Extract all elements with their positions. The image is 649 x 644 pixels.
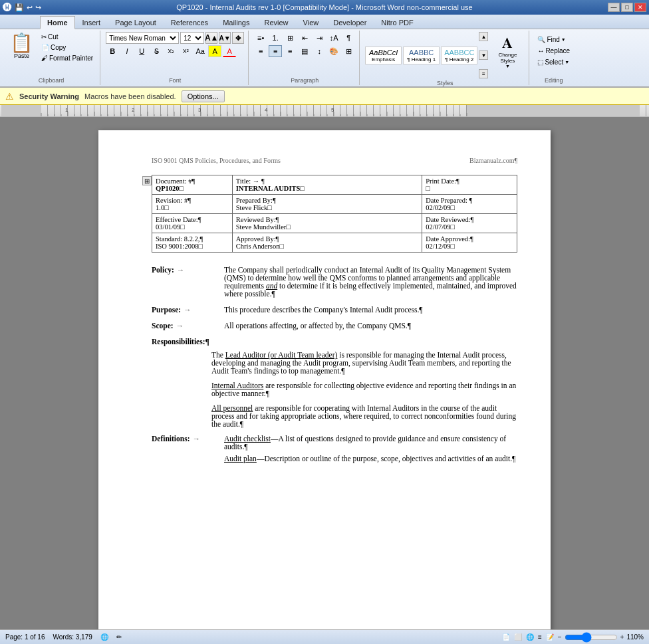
show-hide-button[interactable]: ¶ <box>342 32 355 44</box>
styles-scroll-down[interactable]: ▼ <box>479 51 488 60</box>
tab-review[interactable]: Review <box>257 16 295 29</box>
view-print-icon[interactable]: 📄 <box>502 633 510 641</box>
font-size-select[interactable]: 12 <box>180 32 204 44</box>
style-emphasis[interactable]: AaBbCcI Emphasis <box>365 47 402 64</box>
align-right-button[interactable]: ≡ <box>283 45 297 57</box>
tab-nitro-pdf[interactable]: Nitro PDF <box>374 16 420 29</box>
view-web-icon[interactable]: 🌐 <box>526 633 534 641</box>
window-controls[interactable]: — □ ✕ <box>608 3 646 12</box>
security-warning-title: Security Warning <box>19 92 79 100</box>
clear-format-button[interactable]: ✥ <box>232 32 244 44</box>
increase-indent-button[interactable]: ⇥ <box>313 32 326 44</box>
restore-button[interactable]: □ <box>621 3 633 12</box>
styles-scroll-up[interactable]: ▲ <box>479 32 488 41</box>
paste-label: Paste <box>14 53 29 59</box>
table-cell: Reviewed By:¶ Steve Mundwiller□ <box>232 214 422 233</box>
view-draft-icon[interactable]: 📝 <box>546 633 554 641</box>
strikethrough-button[interactable]: S̶ <box>150 45 163 57</box>
zoom-level: 110% <box>626 633 644 641</box>
shading-button[interactable]: 🎨 <box>327 45 340 57</box>
select-button[interactable]: ⬚ Select ▼ <box>535 57 572 67</box>
close-button[interactable]: ✕ <box>634 3 646 12</box>
font-name-select[interactable]: Times New Roman <box>106 32 179 44</box>
zoom-slider[interactable] <box>565 635 618 640</box>
copy-button[interactable]: 📄 Copy <box>39 43 96 53</box>
justify-button[interactable]: ▤ <box>298 45 311 57</box>
tab-references[interactable]: References <box>164 16 215 29</box>
undo-icon[interactable]: ↩ <box>27 3 33 12</box>
increase-font-button[interactable]: A▲ <box>205 32 217 44</box>
bold-button[interactable]: B <box>106 45 119 57</box>
table-add-button[interactable]: ⊞ <box>142 176 152 185</box>
superscript-button[interactable]: X² <box>179 45 192 57</box>
table-cell: Date Approved:¶ 02/12/09□ <box>422 233 517 253</box>
redo-icon[interactable]: ↪ <box>35 3 41 12</box>
security-options-button[interactable]: Options... <box>182 90 225 102</box>
date-approved-label: Date Approved:¶ <box>426 235 513 243</box>
decrease-font-button[interactable]: A▼ <box>219 32 231 44</box>
zoom-out-icon[interactable]: − <box>558 633 562 641</box>
cut-button[interactable]: ✂ Cut <box>39 32 96 42</box>
paste-icon: 📋 <box>10 34 33 53</box>
decrease-indent-button[interactable]: ⇤ <box>298 32 311 44</box>
definitions-section: Definitions: → Audit checklist—A list of… <box>152 435 517 465</box>
styles-scroll[interactable]: ▲ ▼ ≡ <box>479 32 488 78</box>
subscript-button[interactable]: X₂ <box>164 45 178 57</box>
font-label: Font <box>169 76 181 84</box>
minimize-button[interactable]: — <box>608 3 620 12</box>
font-color-button[interactable]: A <box>223 45 236 57</box>
style-heading2[interactable]: AABBCC ¶ Heading 2 <box>441 47 477 64</box>
font-row-2: B I U S̶ X₂ X² Aa A A <box>106 45 236 57</box>
text-case-button[interactable]: Aa <box>194 45 207 57</box>
policy-label: Policy: → <box>152 266 221 300</box>
svg-text:1: 1 <box>65 107 68 113</box>
borders-button[interactable]: ⊞ <box>342 45 355 57</box>
document-page: ISO 9001 QMS Policies, Procedures, and F… <box>98 130 551 629</box>
replace-button[interactable]: ↔ Replace <box>535 46 573 56</box>
internal-auditors-text: Internal Auditors are responsible for co… <box>211 381 517 397</box>
table-cell: Print Date:¶ □ <box>422 175 517 195</box>
align-left-button[interactable]: ≡ <box>254 45 267 57</box>
security-warning-message: Macros have been disabled. <box>84 92 176 100</box>
change-styles-button[interactable]: 𝐀 Change Styles ▼ <box>491 33 523 70</box>
scope-section: Scope: → All operations affecting, or af… <box>152 322 517 332</box>
tab-page-layout[interactable]: Page Layout <box>108 16 164 29</box>
view-outline-icon[interactable]: ≡ <box>538 633 542 641</box>
style-heading2-label: ¶ Heading 2 <box>445 56 473 62</box>
align-center-button[interactable]: ≡ <box>269 45 282 57</box>
tab-view[interactable]: View <box>296 16 326 29</box>
paste-button[interactable]: 📋 Paste <box>7 32 37 61</box>
lead-auditor-link: Lead Auditor (or Audit Team leader) <box>225 351 338 359</box>
tab-mailings[interactable]: Mailings <box>215 16 257 29</box>
save-icon[interactable]: 💾 <box>15 3 24 12</box>
underline-button[interactable]: U <box>135 45 148 57</box>
bullets-button[interactable]: ≡• <box>254 32 267 44</box>
find-button[interactable]: 🔍 Find ▼ <box>535 35 568 45</box>
multilevel-list-button[interactable]: ⊞ <box>283 32 297 44</box>
status-right: 📄 ⬜ 🌐 ≡ 📝 − + 110% <box>502 633 644 641</box>
sort-button[interactable]: ↕A <box>327 32 340 44</box>
para-row-1: ≡• 1. ⊞ ⇤ ⇥ ↕A ¶ <box>254 32 355 44</box>
scope-arrow: → <box>176 322 184 330</box>
style-heading2-sample: AABBCC <box>444 49 474 56</box>
table-cell: Standard: 8.2.2,¶ ISO 9001:2008□ <box>152 233 233 253</box>
view-fullscreen-icon[interactable]: ⬜ <box>514 633 522 641</box>
style-heading1[interactable]: AABBC ¶ Heading 1 <box>403 47 440 64</box>
italic-button[interactable]: I <box>120 45 134 57</box>
replace-icon: ↔ <box>537 47 544 54</box>
page-header-left: ISO 9001 QMS Policies, Procedures, and F… <box>152 157 281 164</box>
styles-expand[interactable]: ≡ <box>479 69 488 78</box>
scope-text: All operations affecting, or affected by… <box>224 322 517 330</box>
format-painter-button[interactable]: 🖌 Format Painter <box>39 53 96 63</box>
def2-rest: —Description or outline of the purpose, … <box>257 455 515 463</box>
svg-text:5: 5 <box>331 107 334 113</box>
purpose-body: This procedure describes the Company's I… <box>224 306 517 316</box>
highlight-button[interactable]: A <box>208 45 221 57</box>
zoom-in-icon[interactable]: + <box>620 633 624 641</box>
line-spacing-button[interactable]: ↕ <box>313 45 326 57</box>
scope-label: Scope: → <box>152 322 221 332</box>
tab-developer[interactable]: Developer <box>326 16 374 29</box>
tab-home[interactable]: Home <box>40 16 75 29</box>
tab-insert[interactable]: Insert <box>75 16 108 29</box>
numbering-button[interactable]: 1. <box>269 32 282 44</box>
